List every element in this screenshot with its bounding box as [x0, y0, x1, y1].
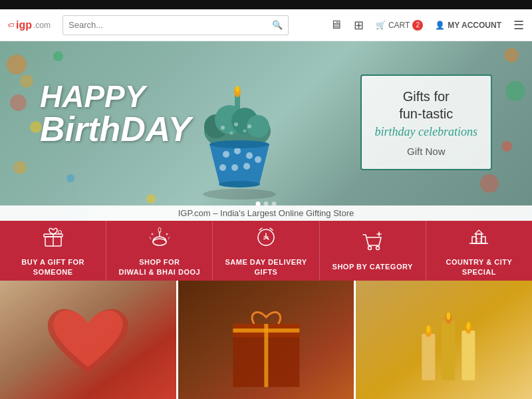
- cart-icon: 🛒: [376, 21, 386, 30]
- svg-rect-36: [481, 237, 485, 243]
- birthday-text: BirthDAY: [40, 112, 191, 146]
- cart-label: CART: [388, 21, 410, 30]
- svg-point-33: [376, 247, 380, 250]
- svg-point-21: [219, 181, 260, 188]
- svg-point-32: [368, 247, 372, 250]
- search-input[interactable]: [63, 16, 267, 35]
- svg-point-10: [247, 124, 251, 128]
- logo-text: igp: [16, 19, 32, 31]
- category-nav: BUY A GIFT FOR SOMEONE SHOP FOR DIWALI &…: [0, 221, 532, 281]
- gift-icon: [41, 225, 65, 253]
- logo-dot: .com: [33, 21, 51, 30]
- svg-rect-35: [472, 237, 476, 243]
- cat-by-category-label: SHOP BY CATEGORY: [332, 262, 413, 271]
- header: 🏷 igp .com 🔍 🖥 ⊞ 🛒 CART 2 👤 MY ACCOUNT ☰: [0, 9, 532, 41]
- banner-tagline: IGP.com – India's Largest Online Gifting…: [0, 205, 532, 221]
- cat-buy-gift[interactable]: BUY A GIFT FOR SOMEONE: [0, 221, 106, 281]
- clock-icon: 24: [254, 225, 278, 253]
- cart-badge: 2: [412, 20, 423, 31]
- svg-text:24: 24: [263, 235, 269, 240]
- product-item-1[interactable]: [0, 281, 176, 399]
- svg-point-15: [246, 152, 253, 159]
- svg-point-53: [447, 312, 451, 320]
- search-button[interactable]: 🔍: [267, 20, 288, 30]
- svg-point-26: [153, 239, 166, 245]
- logo[interactable]: 🏷 igp .com: [8, 19, 55, 31]
- gift-card-title: Gifts for fun-tastic: [375, 88, 477, 122]
- cat-same-day-label: SAME DAY DELIVERY GIFTS: [217, 257, 315, 277]
- hamburger-icon[interactable]: ☰: [513, 18, 524, 33]
- cat-buy-gift-label: BUY A GIFT FOR SOMEONE: [4, 257, 102, 277]
- svg-point-8: [221, 126, 225, 130]
- cart-area[interactable]: 🛒 CART 2: [376, 20, 423, 31]
- hero-title: HAPPY BirthDAY: [40, 81, 191, 146]
- svg-point-29: [166, 233, 168, 235]
- header-right: 🖥 ⊞ 🛒 CART 2 👤 MY ACCOUNT ☰: [330, 18, 524, 33]
- gift-card-subtitle: birthday celebrations: [375, 125, 477, 139]
- svg-point-2: [235, 86, 239, 92]
- svg-point-9: [234, 122, 238, 126]
- svg-point-17: [231, 164, 238, 171]
- happy-text: HAPPY: [40, 81, 191, 112]
- gift-card: Gifts for fun-tastic birthday celebratio…: [360, 74, 492, 170]
- svg-rect-49: [462, 331, 475, 380]
- svg-point-20: [209, 140, 269, 148]
- svg-point-28: [151, 233, 153, 235]
- search-bar: 🔍: [63, 15, 289, 35]
- product-row: [0, 281, 532, 399]
- cat-by-category[interactable]: SHOP BY CATEGORY: [320, 221, 426, 281]
- monitor-icon[interactable]: 🖥: [330, 18, 342, 32]
- svg-rect-47: [422, 334, 436, 380]
- cart-icon: [360, 229, 384, 258]
- svg-rect-48: [442, 321, 456, 380]
- cat-country-city-label: COUNTRY & CITY SPECIAL: [430, 257, 528, 277]
- account-area[interactable]: 👤 MY ACCOUNT: [435, 21, 501, 30]
- svg-rect-34: [476, 234, 481, 243]
- grid-icon[interactable]: ⊞: [354, 18, 364, 33]
- cupcake-svg: [186, 81, 293, 214]
- cat-diwali-label: SHOP FOR DIWALI & BHAI DOOJ: [118, 257, 200, 277]
- cat-country-city[interactable]: COUNTRY & CITY SPECIAL: [426, 221, 532, 281]
- top-black-bar: [0, 0, 532, 9]
- svg-point-22: [203, 189, 276, 200]
- city-icon: [467, 225, 491, 253]
- svg-point-55: [467, 322, 471, 330]
- cupcake-image: [180, 55, 299, 214]
- svg-point-14: [234, 148, 241, 154]
- svg-point-25: [58, 231, 61, 234]
- gift-now-cta[interactable]: Gift Now: [375, 146, 477, 157]
- logo-icon: 🏷: [8, 21, 15, 29]
- diya-icon: [148, 225, 172, 253]
- product-item-2[interactable]: [176, 281, 354, 399]
- svg-point-12: [243, 130, 247, 133]
- svg-point-13: [223, 151, 229, 158]
- svg-point-19: [255, 156, 261, 163]
- account-label: MY ACCOUNT: [448, 21, 501, 30]
- product-item-3[interactable]: [354, 281, 532, 399]
- user-icon: 👤: [435, 21, 445, 30]
- cat-same-day[interactable]: 24 SAME DAY DELIVERY GIFTS: [213, 221, 319, 281]
- svg-point-11: [230, 132, 233, 135]
- cat-diwali[interactable]: SHOP FOR DIWALI & BHAI DOOJ: [106, 221, 213, 281]
- svg-point-18: [243, 163, 250, 170]
- hero-banner: HAPPY BirthDAY: [0, 41, 532, 221]
- svg-point-16: [219, 164, 226, 171]
- svg-point-51: [427, 325, 431, 333]
